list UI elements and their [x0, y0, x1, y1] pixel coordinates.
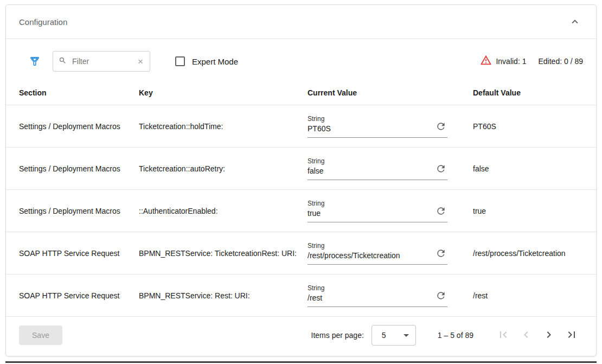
table-row: Settings / Deployment Macros Ticketcreat… [6, 148, 596, 190]
panel-footer: Save Items per page: 5 1 – 5 of 89 [6, 317, 596, 356]
refresh-icon [436, 295, 446, 303]
filter-input[interactable] [71, 56, 137, 66]
current-value-cell: String PT60S [308, 115, 473, 138]
page: Configuration × [0, 0, 602, 364]
reset-value-button[interactable] [436, 121, 446, 132]
table-row: Settings / Deployment Macros Ticketcreat… [6, 105, 596, 148]
column-header-key: Key [139, 88, 308, 97]
table-body: Settings / Deployment Macros Ticketcreat… [6, 105, 596, 317]
refresh-icon [436, 125, 446, 133]
previous-page-button[interactable] [515, 324, 537, 346]
default-value-cell: PT60S [473, 122, 583, 131]
configuration-panel: Configuration × [5, 4, 597, 356]
current-value-cell: String /rest [308, 284, 473, 307]
value-type-label: String [308, 115, 428, 123]
items-per-page-label: Items per page: [311, 331, 364, 340]
table-row: SOAP HTTP Service Request BPMN_RESTServi… [6, 274, 596, 317]
key-cell: ::AuthenticatorEnabled: [139, 207, 308, 215]
first-page-button[interactable] [492, 324, 515, 346]
reset-value-button[interactable] [436, 163, 446, 174]
section-cell: Settings / Deployment Macros [19, 207, 139, 215]
default-value-cell: /rest/process/Ticketcreation [473, 249, 583, 258]
close-icon: × [138, 56, 143, 67]
section-cell: Settings / Deployment Macros [19, 122, 139, 131]
reset-value-button[interactable] [436, 248, 446, 259]
current-value-field[interactable]: String /rest/process/Ticketcreation [308, 242, 447, 265]
default-value-cell: /rest [473, 291, 583, 300]
current-value-field[interactable]: String true [308, 200, 447, 222]
column-header-current-value: Current Value [308, 88, 473, 97]
default-value-cell: true [473, 207, 583, 215]
value-type-label: String [308, 242, 428, 250]
panel-title: Configuration [19, 17, 67, 27]
expert-mode-checkbox[interactable] [175, 56, 185, 66]
chevron-up-icon [569, 21, 581, 29]
filter-toggle-button[interactable] [29, 55, 41, 67]
search-icon [59, 56, 67, 67]
default-value-cell: false [473, 164, 583, 173]
refresh-icon [436, 252, 446, 260]
current-value-cell: String true [308, 200, 473, 222]
invalid-count: Invalid: 1 [496, 57, 526, 66]
save-button[interactable]: Save [19, 325, 62, 345]
table-row: Settings / Deployment Macros ::Authentic… [6, 190, 596, 232]
current-value-field[interactable]: String /rest [308, 284, 447, 307]
reset-value-button[interactable] [436, 206, 446, 216]
refresh-icon [436, 168, 446, 176]
current-value-cell: String /rest/process/Ticketcreation [308, 242, 473, 265]
last-page-icon [565, 328, 578, 343]
chevron-right-icon [542, 328, 555, 343]
current-value-input[interactable]: /rest/process/Ticketcreation [308, 251, 428, 260]
current-value-cell: String false [308, 157, 473, 180]
value-type-label: String [308, 157, 428, 165]
chevron-down-icon [404, 334, 409, 337]
section-cell: SOAP HTTP Service Request [19, 291, 139, 300]
key-cell: BPMN_RESTService: Rest: URI: [139, 291, 308, 300]
reset-value-button[interactable] [436, 290, 446, 301]
edited-count: Edited: 0 / 89 [538, 57, 583, 66]
pagination-buttons [492, 324, 583, 346]
value-type-label: String [308, 284, 428, 292]
filter-field: × [53, 51, 150, 72]
paginator: Items per page: 5 1 – 5 of 89 [311, 324, 583, 346]
collapse-button[interactable] [567, 14, 583, 30]
page-size-select[interactable]: 5 [372, 325, 416, 346]
section-cell: SOAP HTTP Service Request [19, 249, 139, 258]
page-range-label: 1 – 5 of 89 [438, 331, 473, 340]
current-value-input[interactable]: true [308, 209, 428, 218]
section-cell: Settings / Deployment Macros [19, 164, 139, 173]
current-value-input[interactable]: /rest [308, 293, 428, 302]
current-value-input[interactable]: PT60S [308, 124, 428, 133]
status-area: Invalid: 1 Edited: 0 / 89 [480, 54, 583, 68]
column-header-default-value: Default Value [473, 88, 583, 97]
filter-funnel-icon [29, 61, 41, 69]
last-page-button[interactable] [560, 324, 583, 346]
table-header: Section Key Current Value Default Value [6, 80, 596, 105]
key-cell: Ticketcreation::holdTime: [139, 122, 308, 131]
column-header-section: Section [19, 88, 139, 97]
panel-header: Configuration [6, 5, 596, 39]
next-section-edge [5, 361, 597, 363]
chevron-left-icon [520, 328, 533, 343]
next-page-button[interactable] [537, 324, 560, 346]
clear-filter-button[interactable]: × [137, 57, 144, 66]
current-value-field[interactable]: String false [308, 157, 447, 180]
key-cell: Ticketcreation::autoRetry: [139, 164, 308, 173]
refresh-icon [436, 210, 446, 218]
toolbar: × Expert Mode Invalid: 1 Edited: 0 / 89 [6, 39, 596, 80]
current-value-field[interactable]: String PT60S [308, 115, 447, 138]
expert-mode-toggle[interactable]: Expert Mode [175, 56, 238, 66]
first-page-icon [497, 328, 510, 343]
current-value-input[interactable]: false [308, 167, 428, 175]
table-row: SOAP HTTP Service Request BPMN_RESTServi… [6, 232, 596, 274]
key-cell: BPMN_RESTService: TicketcreationRest: UR… [139, 249, 308, 258]
expert-mode-label: Expert Mode [192, 57, 238, 66]
warning-icon [480, 54, 492, 68]
value-type-label: String [308, 200, 428, 207]
page-size-value: 5 [382, 331, 386, 340]
